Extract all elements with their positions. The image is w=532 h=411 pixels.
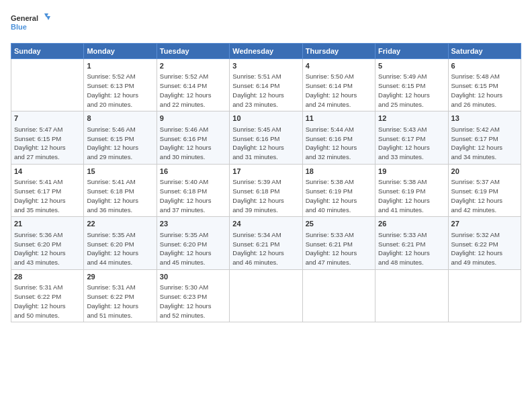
day-number: 1 bbox=[87, 61, 153, 71]
day-number: 24 bbox=[232, 219, 299, 229]
day-number: 18 bbox=[306, 167, 372, 177]
week-row-3: 14Sunrise: 5:41 AM Sunset: 6:17 PM Dayli… bbox=[11, 164, 521, 216]
week-row-2: 7Sunrise: 5:47 AM Sunset: 6:15 PM Daylig… bbox=[11, 111, 521, 164]
empty-cell bbox=[375, 269, 448, 322]
day-number: 13 bbox=[451, 113, 518, 124]
svg-text:General: General bbox=[11, 14, 38, 22]
day-info: Sunrise: 5:52 AM Sunset: 6:13 PM Dayligh… bbox=[87, 72, 153, 109]
day-number: 5 bbox=[378, 61, 445, 71]
day-info: Sunrise: 5:50 AM Sunset: 6:14 PM Dayligh… bbox=[306, 72, 372, 109]
day-cell-8: 8Sunrise: 5:46 AM Sunset: 6:15 PM Daylig… bbox=[84, 111, 157, 164]
day-info: Sunrise: 5:31 AM Sunset: 6:22 PM Dayligh… bbox=[14, 283, 81, 320]
day-number: 3 bbox=[232, 61, 299, 71]
day-info: Sunrise: 5:33 AM Sunset: 6:21 PM Dayligh… bbox=[306, 230, 372, 267]
day-info: Sunrise: 5:42 AM Sunset: 6:17 PM Dayligh… bbox=[451, 125, 518, 162]
day-cell-26: 26Sunrise: 5:33 AM Sunset: 6:21 PM Dayli… bbox=[375, 217, 448, 269]
day-info: Sunrise: 5:38 AM Sunset: 6:19 PM Dayligh… bbox=[306, 177, 372, 214]
day-number: 7 bbox=[14, 113, 81, 124]
day-cell-12: 12Sunrise: 5:43 AM Sunset: 6:17 PM Dayli… bbox=[375, 111, 448, 164]
day-info: Sunrise: 5:38 AM Sunset: 6:19 PM Dayligh… bbox=[378, 177, 445, 214]
col-header-tuesday: Tuesday bbox=[157, 44, 229, 59]
day-number: 27 bbox=[451, 219, 518, 229]
day-info: Sunrise: 5:41 AM Sunset: 6:17 PM Dayligh… bbox=[14, 177, 81, 214]
day-cell-28: 28Sunrise: 5:31 AM Sunset: 6:22 PM Dayli… bbox=[11, 269, 84, 322]
week-row-1: 1Sunrise: 5:52 AM Sunset: 6:13 PM Daylig… bbox=[11, 59, 521, 111]
day-info: Sunrise: 5:48 AM Sunset: 6:15 PM Dayligh… bbox=[451, 72, 518, 109]
day-info: Sunrise: 5:46 AM Sunset: 6:15 PM Dayligh… bbox=[87, 125, 153, 162]
day-number: 23 bbox=[160, 219, 226, 229]
day-number: 12 bbox=[378, 113, 445, 124]
day-cell-11: 11Sunrise: 5:44 AM Sunset: 6:16 PM Dayli… bbox=[302, 111, 375, 164]
day-cell-4: 4Sunrise: 5:50 AM Sunset: 6:14 PM Daylig… bbox=[302, 59, 375, 111]
day-cell-19: 19Sunrise: 5:38 AM Sunset: 6:19 PM Dayli… bbox=[375, 164, 448, 216]
day-cell-27: 27Sunrise: 5:32 AM Sunset: 6:22 PM Dayli… bbox=[448, 217, 521, 269]
svg-marker-3 bbox=[46, 16, 50, 20]
day-cell-20: 20Sunrise: 5:37 AM Sunset: 6:19 PM Dayli… bbox=[448, 164, 521, 216]
day-info: Sunrise: 5:45 AM Sunset: 6:16 PM Dayligh… bbox=[232, 125, 299, 162]
day-number: 2 bbox=[160, 61, 226, 71]
day-info: Sunrise: 5:33 AM Sunset: 6:21 PM Dayligh… bbox=[378, 230, 445, 267]
day-cell-10: 10Sunrise: 5:45 AM Sunset: 6:16 PM Dayli… bbox=[230, 111, 302, 164]
day-info: Sunrise: 5:35 AM Sunset: 6:20 PM Dayligh… bbox=[160, 230, 226, 267]
day-cell-3: 3Sunrise: 5:51 AM Sunset: 6:14 PM Daylig… bbox=[230, 59, 302, 111]
day-cell-18: 18Sunrise: 5:38 AM Sunset: 6:19 PM Dayli… bbox=[302, 164, 375, 216]
header-row: SundayMondayTuesdayWednesdayThursdayFrid… bbox=[11, 44, 521, 59]
day-info: Sunrise: 5:46 AM Sunset: 6:16 PM Dayligh… bbox=[160, 125, 226, 162]
day-info: Sunrise: 5:34 AM Sunset: 6:21 PM Dayligh… bbox=[232, 230, 299, 267]
day-number: 28 bbox=[14, 272, 81, 282]
page-header: General Blue bbox=[11, 11, 521, 38]
day-cell-6: 6Sunrise: 5:48 AM Sunset: 6:15 PM Daylig… bbox=[448, 59, 521, 111]
day-cell-7: 7Sunrise: 5:47 AM Sunset: 6:15 PM Daylig… bbox=[11, 111, 84, 164]
day-info: Sunrise: 5:32 AM Sunset: 6:22 PM Dayligh… bbox=[451, 230, 518, 267]
day-info: Sunrise: 5:39 AM Sunset: 6:18 PM Dayligh… bbox=[232, 177, 299, 214]
day-cell-13: 13Sunrise: 5:42 AM Sunset: 6:17 PM Dayli… bbox=[448, 111, 521, 164]
day-number: 8 bbox=[87, 113, 153, 124]
day-info: Sunrise: 5:36 AM Sunset: 6:20 PM Dayligh… bbox=[14, 230, 81, 267]
day-number: 19 bbox=[378, 167, 445, 177]
day-cell-30: 30Sunrise: 5:30 AM Sunset: 6:23 PM Dayli… bbox=[157, 269, 229, 322]
empty-cell bbox=[11, 59, 84, 111]
day-cell-5: 5Sunrise: 5:49 AM Sunset: 6:15 PM Daylig… bbox=[375, 59, 448, 111]
day-cell-9: 9Sunrise: 5:46 AM Sunset: 6:16 PM Daylig… bbox=[157, 111, 229, 164]
day-cell-25: 25Sunrise: 5:33 AM Sunset: 6:21 PM Dayli… bbox=[302, 217, 375, 269]
day-info: Sunrise: 5:51 AM Sunset: 6:14 PM Dayligh… bbox=[232, 72, 299, 109]
day-number: 26 bbox=[378, 219, 445, 229]
day-number: 11 bbox=[306, 113, 372, 124]
day-number: 9 bbox=[160, 113, 226, 124]
day-cell-16: 16Sunrise: 5:40 AM Sunset: 6:18 PM Dayli… bbox=[157, 164, 229, 216]
day-number: 29 bbox=[87, 272, 153, 282]
logo: General Blue bbox=[11, 11, 51, 38]
day-info: Sunrise: 5:31 AM Sunset: 6:22 PM Dayligh… bbox=[87, 283, 153, 320]
day-info: Sunrise: 5:41 AM Sunset: 6:18 PM Dayligh… bbox=[87, 177, 153, 214]
day-info: Sunrise: 5:30 AM Sunset: 6:23 PM Dayligh… bbox=[160, 283, 226, 320]
empty-cell bbox=[448, 269, 521, 322]
day-cell-21: 21Sunrise: 5:36 AM Sunset: 6:20 PM Dayli… bbox=[11, 217, 84, 269]
col-header-saturday: Saturday bbox=[448, 44, 521, 59]
week-row-5: 28Sunrise: 5:31 AM Sunset: 6:22 PM Dayli… bbox=[11, 269, 521, 322]
day-info: Sunrise: 5:47 AM Sunset: 6:15 PM Dayligh… bbox=[14, 125, 81, 162]
day-info: Sunrise: 5:37 AM Sunset: 6:19 PM Dayligh… bbox=[451, 177, 518, 214]
day-info: Sunrise: 5:52 AM Sunset: 6:14 PM Dayligh… bbox=[160, 72, 226, 109]
day-number: 25 bbox=[306, 219, 372, 229]
col-header-wednesday: Wednesday bbox=[230, 44, 302, 59]
day-number: 22 bbox=[87, 219, 153, 229]
day-cell-17: 17Sunrise: 5:39 AM Sunset: 6:18 PM Dayli… bbox=[230, 164, 302, 216]
svg-text:Blue: Blue bbox=[11, 23, 27, 31]
day-number: 4 bbox=[306, 61, 372, 71]
day-number: 17 bbox=[232, 167, 299, 177]
day-cell-14: 14Sunrise: 5:41 AM Sunset: 6:17 PM Dayli… bbox=[11, 164, 84, 216]
day-cell-22: 22Sunrise: 5:35 AM Sunset: 6:20 PM Dayli… bbox=[84, 217, 157, 269]
day-number: 15 bbox=[87, 167, 153, 177]
empty-cell bbox=[302, 269, 375, 322]
day-info: Sunrise: 5:43 AM Sunset: 6:17 PM Dayligh… bbox=[378, 125, 445, 162]
col-header-monday: Monday bbox=[84, 44, 157, 59]
day-number: 10 bbox=[232, 113, 299, 124]
col-header-sunday: Sunday bbox=[11, 44, 84, 59]
day-number: 20 bbox=[451, 167, 518, 177]
day-info: Sunrise: 5:35 AM Sunset: 6:20 PM Dayligh… bbox=[87, 230, 153, 267]
logo-svg: General Blue bbox=[11, 11, 51, 38]
calendar-table: SundayMondayTuesdayWednesdayThursdayFrid… bbox=[11, 43, 521, 322]
col-header-thursday: Thursday bbox=[302, 44, 375, 59]
day-number: 16 bbox=[160, 167, 226, 177]
day-number: 21 bbox=[14, 219, 81, 229]
